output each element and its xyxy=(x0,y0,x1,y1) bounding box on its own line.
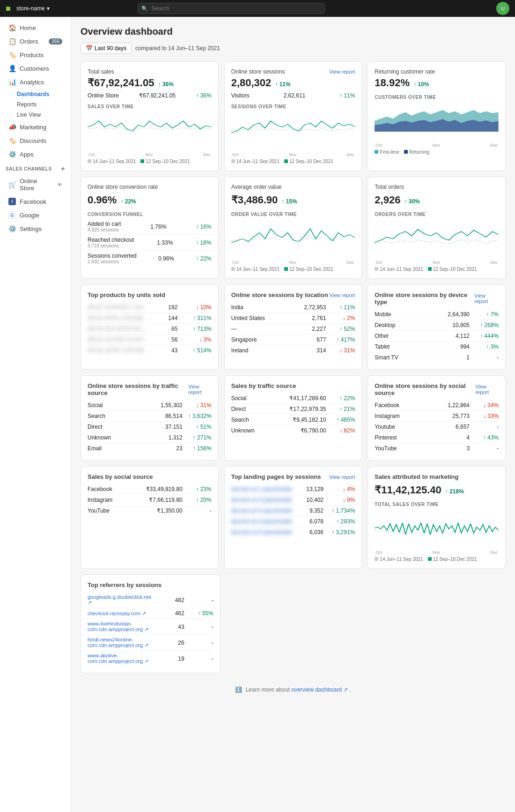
sessions-device-link[interactable]: View report xyxy=(474,293,499,304)
table-row: Desktop 10,805 ↑ 268% xyxy=(375,320,499,331)
row-change: ↑ 444% xyxy=(475,333,499,339)
info-icon: ℹ️ xyxy=(235,686,242,693)
total-orders-legend: 14 Jun–11 Sep 2021 12 Sep–10 Dec 2021 xyxy=(375,267,499,272)
table-row: — 2,227 ↑ 52% xyxy=(231,324,355,335)
row-label: Singapore xyxy=(231,336,297,343)
table-row: Unknown ₹6,790.00 ↓ 82% xyxy=(231,425,355,436)
online-sessions-link[interactable]: View report xyxy=(329,69,355,74)
search-icon: 🔍 xyxy=(141,6,148,12)
sales-marketing-value: ₹11,42,125.40 xyxy=(375,484,441,496)
total-sales-change: ↑ 36% xyxy=(158,81,173,88)
row-label: — xyxy=(231,326,297,332)
avg-order-value-card: Average order value ₹3,486.90 ↑ 15% ORDE… xyxy=(224,177,362,279)
funnel-change-0: ↑ 16% xyxy=(196,223,211,230)
row-label: YouTube xyxy=(88,507,151,514)
funnel-row-1: Reached checkout 3,719 sessions 1.33% ↑ … xyxy=(88,235,212,251)
row-val: 2,72,953 xyxy=(302,304,326,311)
row-label[interactable]: www-livehindustan-com.cdn.ampproject.org… xyxy=(88,621,155,633)
total-orders-title: Total orders xyxy=(375,184,404,190)
settings-icon: ⚙️ xyxy=(8,225,16,232)
date-range-button[interactable]: 📅 Last 90 days xyxy=(81,43,132,54)
sidebar-item-products[interactable]: 🏷️ Products xyxy=(3,48,68,61)
sidebar-item-customers[interactable]: 👤 Customers xyxy=(3,62,68,75)
avg-order-value: ₹3,486.90 xyxy=(231,194,278,206)
sidebar-item-discounts[interactable]: 🏷️ Discounts xyxy=(3,134,68,147)
row-label: Mobile xyxy=(375,311,441,318)
sidebar-item-analytics[interactable]: 📊 Analytics xyxy=(3,75,68,89)
table-row: Social ₹41,17,289.60 ↑ 22% xyxy=(231,393,355,404)
row-change: ↑ 7% xyxy=(475,311,499,318)
sidebar-item-orders[interactable]: 📋 Orders 266 xyxy=(3,35,68,48)
table-row: Unknown 1,312 ↑ 271% xyxy=(88,432,212,443)
store-name[interactable]: store-name ▾ xyxy=(16,5,50,12)
table-row: Search ₹9,45,182.10 ↑ 485% xyxy=(231,415,355,425)
table-row: Direct ₹17,22,979.35 ↑ 21% xyxy=(231,404,355,415)
sidebar-sub-dashboards[interactable]: Dashboards xyxy=(0,89,71,99)
sidebar-item-facebook[interactable]: f Facebook xyxy=(3,195,68,208)
table-row: blurred-url-4-placeholder 6,078 ↑ 293% xyxy=(231,516,355,527)
sessions-location-link[interactable]: View report xyxy=(329,292,355,298)
row-change: ↑ 21% xyxy=(331,406,355,412)
funnel-sub-0: 4,920 sessions xyxy=(88,227,121,232)
row-change: ↑ 271% xyxy=(188,434,212,441)
table-row: blurred-url-1-placeholder 13,129 ↓ 4% xyxy=(231,484,355,495)
row-val: 4 xyxy=(446,434,470,441)
sessions-social-link[interactable]: View report xyxy=(475,384,499,395)
table-row: YouTube ₹1,350.00 - xyxy=(88,506,212,516)
table-row: Facebook ₹33,49,819.80 ↑ 23% xyxy=(88,484,212,495)
row-label[interactable]: checkout.razorpay.com ↗ xyxy=(88,611,155,617)
table-row: Facebook 1,22,864 ↓ 34% xyxy=(375,400,499,411)
total-sales-legend: 14 Jun–11 Sep 2021 12 Sep–10 Dec 2021 xyxy=(88,159,212,164)
sidebar-item-home[interactable]: 🏠 Home xyxy=(3,21,68,34)
spacer xyxy=(226,574,506,673)
sales-marketing-change: ↑ 218% xyxy=(445,488,464,495)
row-label[interactable]: googleads.g.doubleclick.net ↗ xyxy=(88,594,155,606)
row-label[interactable]: www-abolive-com.cdn.ampproject.org ↗ xyxy=(88,653,155,664)
row-label: Other xyxy=(375,333,441,339)
row-val: 25,773 xyxy=(446,413,470,419)
table-row: Ireland 314 ↓ 31% xyxy=(231,345,355,356)
sidebar-sub-live-view[interactable]: Live View xyxy=(0,110,71,120)
table-row: BRAD RAW CARAMEL SOUL 144 ↑ 311% xyxy=(88,313,212,324)
sidebar-item-online-store[interactable]: 🛒 Online Store 👁 xyxy=(3,175,68,194)
marketing-icon: 📣 xyxy=(8,123,16,131)
sidebar-item-settings[interactable]: ⚙️ Settings xyxy=(3,222,68,235)
sidebar-sub-reports[interactable]: Reports xyxy=(0,99,71,110)
search-input[interactable] xyxy=(138,3,325,14)
table-row: Pinterest 4 ↑ 43% xyxy=(375,432,499,443)
sidebar-item-google[interactable]: G Google xyxy=(3,209,68,222)
row-val: 23 xyxy=(159,445,183,452)
table-row: blurred-url-5-placeholder 6,036 ↑ 3,291% xyxy=(231,527,355,537)
row-change: - xyxy=(190,656,213,662)
row-label: Facebook xyxy=(375,402,441,409)
add-channel-icon[interactable]: + xyxy=(61,165,65,172)
table-row: BRAD DECORATIVE LOTUS 65 ↑ 713% xyxy=(88,324,212,335)
avatar[interactable]: U xyxy=(496,2,509,15)
main-content: Overview dashboard 📅 Last 90 days compar… xyxy=(71,17,515,710)
row-label[interactable]: hindi-news24online-com.cdn.ampproject.or… xyxy=(88,637,155,648)
funnel-sub-1: 3,719 sessions xyxy=(88,243,134,248)
sidebar-item-apps[interactable]: ⚙️ Apps xyxy=(3,148,68,161)
row-val: 2,227 xyxy=(302,326,326,332)
sessions-traffic-link[interactable]: View report xyxy=(188,384,212,395)
sessions-by-location-card: Online store sessions by location View r… xyxy=(224,284,362,370)
total-sales-chart xyxy=(88,113,212,150)
table-row: hindi-news24online-com.cdn.ampproject.or… xyxy=(88,635,213,651)
table-row: Instagram ₹7,66,119.80 ↑ 20% xyxy=(88,495,212,506)
table-row: Direct 37,151 ↑ 51% xyxy=(88,422,212,432)
row-change: ↑ 55% xyxy=(190,610,213,617)
layout: 🏠 Home 📋 Orders 266 🏷️ Products 👤 Custom… xyxy=(0,17,515,710)
sessions-by-device-card: Online store sessions by device type Vie… xyxy=(368,284,506,370)
table-row: BRAD SILVER CHAKRA DI 56 ↓ 3% xyxy=(88,335,212,345)
row-label: Ireland xyxy=(231,347,297,354)
table-row: www-livehindustan-com.cdn.ampproject.org… xyxy=(88,619,213,635)
footer-link[interactable]: overview dashboard ↗ xyxy=(291,686,348,693)
facebook-icon: f xyxy=(8,198,16,205)
total-orders-chart xyxy=(375,221,499,258)
landing-pages-link[interactable]: View report xyxy=(329,474,355,480)
table-row: checkout.razorpay.com ↗ 462 ↑ 55% xyxy=(88,608,213,619)
orders-badge: 266 xyxy=(49,38,62,45)
row-change: ↑ 11% xyxy=(331,304,355,311)
sidebar-item-marketing[interactable]: 📣 Marketing xyxy=(3,120,68,134)
row-change: - xyxy=(475,445,499,452)
